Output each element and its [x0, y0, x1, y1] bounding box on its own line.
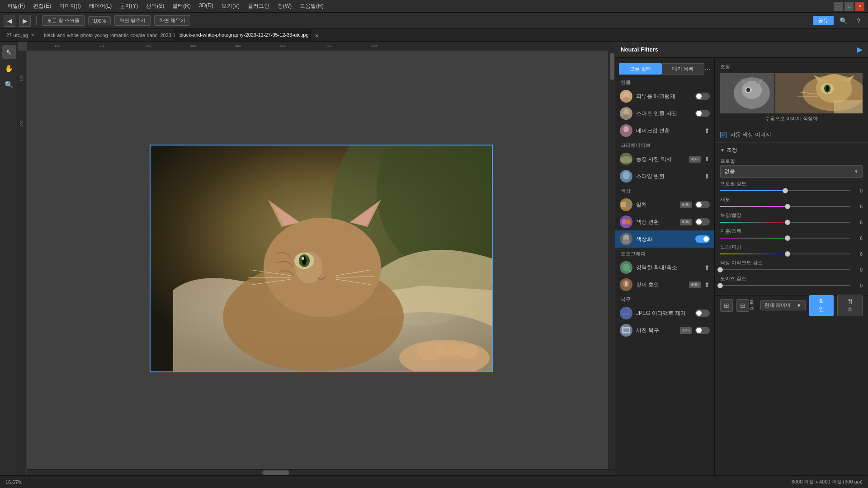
filter-more-button[interactable]: ⋯ [704, 66, 711, 73]
cat-image [151, 145, 492, 371]
profile-label: 프로필 [720, 158, 863, 164]
menu-layer[interactable]: 레이어(L) [85, 1, 116, 11]
toggle-jpeg[interactable] [695, 310, 710, 317]
profile-strength-row: 프로필 강도 0 [720, 180, 863, 193]
search-button[interactable]: 🔍 [837, 15, 849, 27]
saturation-row: 재도 6 [720, 196, 863, 209]
menu-edit[interactable]: 편집(E) [29, 1, 55, 11]
share-button[interactable]: 공유 [813, 16, 834, 25]
fit-screen-button[interactable]: 화면 맞추기 [114, 15, 151, 26]
svg-text:300: 300 [145, 44, 151, 48]
yellow-blue-slider[interactable] [720, 253, 850, 254]
minimize-button[interactable]: ─ [834, 2, 843, 11]
forward-button[interactable]: ▶ [19, 15, 31, 27]
magenta-green-slider[interactable] [720, 238, 850, 239]
menu-help[interactable]: 도움말(H) [296, 1, 327, 11]
cloud-icon-depth-blur: ⬆ [704, 281, 710, 288]
saturation-slider[interactable] [720, 206, 850, 207]
layers-icon[interactable]: ⊞ [720, 299, 733, 312]
svg-text:800: 800 [371, 44, 377, 48]
magenta-green-control: 6 [720, 235, 863, 241]
maximize-button[interactable]: □ [844, 2, 854, 11]
menu-text[interactable]: 문자(Y) [116, 1, 142, 11]
noise-control: 0 [720, 283, 863, 288]
filter-item-colorize[interactable]: 색상화 [615, 230, 714, 248]
svg-text:600: 600 [280, 44, 287, 48]
zoom-level-button[interactable]: 100% [88, 16, 111, 25]
menu-3d[interactable]: 3D(D) [195, 1, 217, 11]
back-button[interactable]: ◀ [4, 15, 15, 27]
tab-more-button[interactable]: » [311, 29, 323, 41]
adjustment-header[interactable]: ▼ 조정 [720, 146, 863, 154]
svg-text:200: 200 [99, 44, 106, 48]
output-select[interactable]: 현재 레이어 ▼ [760, 300, 806, 310]
filter-item-match[interactable]: 일치 베타 [615, 196, 714, 213]
neural-filters-title: Neural Filters [621, 46, 658, 53]
toggle-match[interactable] [695, 201, 710, 208]
menu-view[interactable]: 보기(V) [218, 1, 243, 11]
svg-point-83 [826, 86, 829, 91]
filter-thumb-skin [620, 90, 632, 103]
noise-label: 노이즈 감소 [720, 275, 863, 282]
menu-file[interactable]: 파일(F) [4, 1, 28, 11]
chevron-down-icon: ▼ [854, 169, 859, 174]
filter-item-smart-portrait[interactable]: 스마트 인물 사진 [615, 105, 714, 122]
zoom-tool[interactable]: 🔍 [2, 78, 16, 91]
move-tool[interactable]: ↖ [2, 45, 16, 59]
neural-play-button[interactable]: ▶ [857, 45, 863, 54]
menu-window[interactable]: 창(W) [274, 1, 295, 11]
toggle-smart[interactable] [695, 110, 710, 117]
hand-tool[interactable]: ✋ [2, 61, 16, 75]
tab-2-label: black-and-white-photography-2023-11-27-0… [179, 32, 311, 38]
filter-item-photo-restore[interactable]: 사진 복구 베타 [615, 322, 714, 339]
adjustment-section: ▼ 조정 프로필 없음 ▼ 프로필 강도 [715, 143, 868, 295]
help-button[interactable]: ? [853, 15, 864, 27]
fill-screen-button[interactable]: 화면 채우기 [154, 15, 190, 26]
menu-image[interactable]: 이미지(I) [56, 1, 84, 11]
menu-filter[interactable]: 필터(R) [169, 1, 194, 11]
filter-item-makeup[interactable]: 메이크업 변환 ⬆ [615, 122, 714, 139]
filter-item-skin-smoothing[interactable]: 피부를 매끄럽게 [615, 88, 714, 105]
toggle-photo-restore[interactable] [695, 327, 710, 334]
noise-slider[interactable] [720, 285, 850, 286]
cloud-icon-style: ⬆ [704, 173, 710, 180]
artifact-control: 0 [720, 267, 863, 272]
filter-name-colorize: 색상화 [636, 235, 692, 243]
tab-1[interactable]: black-and-white-photo-young-romantic-cou… [39, 29, 175, 41]
toggle-colorize[interactable] [695, 235, 710, 243]
cancel-button[interactable]: 취소 [837, 295, 863, 316]
cyan-red-slider[interactable] [720, 222, 850, 223]
saturation-control: 6 [720, 204, 863, 209]
main-area: ↖ ✋ 🔍 100 200 300 400 500 600 700 800 10… [0, 42, 868, 475]
filter-tab-pending[interactable]: 대기 목록 [662, 63, 705, 75]
filter-item-jpeg[interactable]: JPG JPEG 아티팩트 제거 [615, 305, 714, 322]
all-windows-scroll-button[interactable]: 모든 창 스크롤 [42, 15, 85, 26]
filter-item-landscape[interactable]: 풍경 사진 믹서 베타 ⬆ [615, 150, 714, 168]
toggle-color-transfer[interactable] [695, 218, 710, 225]
artifact-slider[interactable] [720, 269, 850, 270]
confirm-button[interactable]: 확인 [809, 295, 834, 316]
stack-icon[interactable]: ⊟ [736, 299, 749, 312]
profile-strength-slider[interactable] [720, 190, 850, 191]
menu-plugins[interactable]: 플러그인 [244, 1, 273, 11]
toggle-skin[interactable] [695, 93, 710, 100]
tab-2[interactable]: black-and-white-photography-2023-11-27-0… [175, 29, 311, 41]
auto-colorize-checkbox[interactable]: ✓ [720, 132, 726, 138]
close-button[interactable]: ✕ [855, 2, 864, 11]
tab-0-close[interactable]: ✕ [31, 33, 34, 38]
profile-select[interactable]: 없음 ▼ [720, 165, 863, 178]
tab-0[interactable]: -27-utc.jpg ✕ [0, 29, 39, 41]
filter-tab-all[interactable]: 모든 필터 [619, 63, 662, 75]
menu-select[interactable]: 선택(S) [142, 1, 168, 11]
filter-item-zoom[interactable]: 강력한 확대/축소 ⬆ [615, 259, 714, 276]
filter-thumb-jpeg: JPG [620, 307, 632, 319]
yellow-blue-label: 노랑/파랑 [720, 244, 863, 250]
vertical-scrollbar[interactable] [609, 51, 615, 469]
filter-item-style[interactable]: 스타일 변환 ⬆ [615, 168, 714, 185]
horizontal-scrollbar[interactable] [27, 469, 615, 475]
filter-item-depth-blur[interactable]: 깊이 흐림 베타 ⬆ [615, 276, 714, 293]
svg-point-25 [302, 257, 304, 260]
left-toolbar: ↖ ✋ 🔍 [0, 42, 18, 475]
filter-item-color-transfer[interactable]: 색상 변환 베타 [615, 213, 714, 230]
status-bar: 16.67% 6000 픽셀 x 4000 픽셀 (300 ppi) [0, 475, 868, 488]
